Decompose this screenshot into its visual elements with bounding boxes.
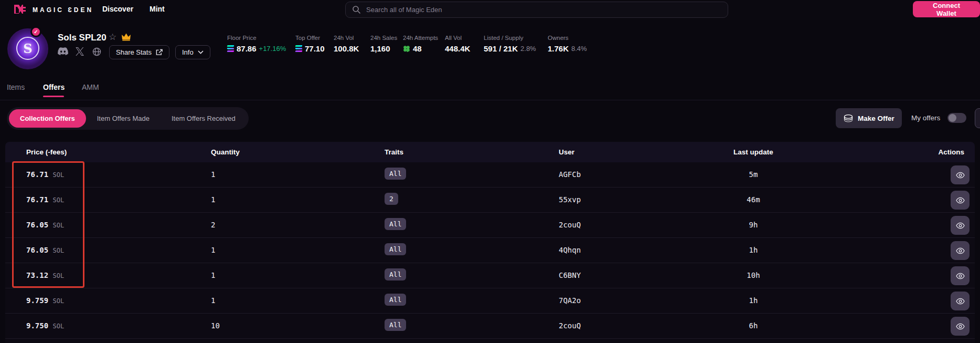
share-icon bbox=[156, 49, 163, 56]
share-stats-button[interactable]: Share Stats bbox=[109, 45, 169, 59]
col-traits: Traits bbox=[385, 148, 403, 156]
offer-last-update: 10h bbox=[717, 271, 790, 279]
offer-user[interactable]: 2couQ bbox=[559, 321, 581, 330]
trait-badge: All bbox=[385, 243, 406, 255]
offer-row[interactable]: 76.71 SOL 1 2 55xvp 46m bbox=[5, 188, 975, 213]
segment-item-offers-made[interactable]: Item Offers Made bbox=[86, 109, 161, 128]
make-offer-button[interactable]: Make Offer bbox=[836, 108, 902, 128]
segment-collection-offers[interactable]: Collection Offers bbox=[9, 109, 86, 128]
eye-icon bbox=[956, 323, 965, 330]
magic-eden-logo[interactable]: MAGIC ƐDEN bbox=[14, 4, 93, 16]
col-price: Price (-fees) bbox=[26, 148, 67, 156]
crown-icon bbox=[121, 33, 131, 41]
view-offer-button[interactable] bbox=[951, 216, 970, 235]
trait-badge: All bbox=[385, 268, 406, 280]
x-twitter-icon[interactable] bbox=[76, 47, 84, 56]
view-offer-button[interactable] bbox=[951, 317, 970, 336]
my-offers-toggle[interactable] bbox=[947, 113, 966, 123]
make-offer-label: Make Offer bbox=[858, 115, 894, 122]
verified-badge-icon: ✓ bbox=[30, 26, 41, 37]
view-offer-button[interactable] bbox=[951, 266, 970, 285]
nav-link-mint[interactable]: Mint bbox=[150, 5, 165, 13]
offer-row[interactable]: 76.05 SOL 2 All 2couQ 9h bbox=[5, 213, 975, 238]
offer-user[interactable]: 2couQ bbox=[559, 221, 581, 229]
nav-link-discover[interactable]: Discover bbox=[102, 5, 133, 13]
offer-row[interactable]: 9.750 SOL 10 All 2couQ 6h bbox=[5, 314, 975, 339]
tab-amm[interactable]: AMM bbox=[82, 83, 99, 98]
stat-top-offer: Top Offer 77.10 bbox=[295, 35, 325, 53]
discord-icon[interactable] bbox=[58, 47, 68, 56]
collection-title: Sols SPL20 bbox=[58, 33, 106, 43]
globe-icon[interactable] bbox=[92, 47, 101, 56]
eye-icon bbox=[956, 197, 965, 204]
offer-row[interactable]: 76.71 SOL 1 All AGFCb 5m bbox=[5, 162, 975, 188]
eye-icon bbox=[956, 298, 965, 305]
global-search[interactable] bbox=[345, 2, 728, 18]
offer-row[interactable]: 76.05 SOL 1 All 4Qhqn 1h bbox=[5, 238, 975, 263]
offer-user[interactable]: C6BNY bbox=[559, 271, 581, 279]
sol-icon bbox=[227, 45, 234, 52]
view-offer-button[interactable] bbox=[951, 165, 970, 184]
coins-icon bbox=[843, 114, 854, 122]
top-navbar: MAGIC ƐDEN Discover Mint Connect Wallet bbox=[0, 0, 980, 20]
stat-24h-attempts: 24h Attempts 48 bbox=[403, 35, 438, 53]
offer-user[interactable]: 4Qhqn bbox=[559, 246, 581, 254]
offers-table-body: 76.71 SOL 1 All AGFCb 5m 76.71 SOL 1 2 bbox=[5, 162, 975, 339]
tab-items[interactable]: Items bbox=[7, 83, 25, 98]
offer-last-update: 46m bbox=[717, 195, 790, 204]
info-button[interactable]: Info bbox=[175, 45, 210, 59]
eye-icon bbox=[956, 172, 965, 179]
offer-price: 9.759 SOL bbox=[26, 296, 64, 305]
price-unit: SOL bbox=[53, 272, 65, 279]
offer-price: 76.05 SOL bbox=[26, 246, 64, 254]
offer-quantity: 2 bbox=[211, 221, 215, 229]
offer-user[interactable]: 7QA2o bbox=[559, 296, 581, 305]
clover-icon bbox=[403, 45, 410, 53]
offer-last-update: 5m bbox=[717, 170, 790, 179]
price-unit: SOL bbox=[53, 222, 65, 229]
collection-avatar-letter: S bbox=[16, 37, 39, 60]
view-offer-button[interactable] bbox=[951, 191, 970, 210]
edge-partial-button[interactable] bbox=[975, 108, 980, 128]
offer-quantity: 1 bbox=[211, 195, 215, 204]
offer-row[interactable]: 73.12 SOL 1 All C6BNY 10h bbox=[5, 263, 975, 288]
offer-quantity: 1 bbox=[211, 246, 215, 254]
offer-last-update: 1h bbox=[717, 246, 790, 254]
next-row-partial bbox=[5, 339, 975, 343]
offer-last-update: 9h bbox=[717, 221, 790, 229]
search-input[interactable] bbox=[366, 6, 721, 14]
segment-item-offers-received[interactable]: Item Offers Received bbox=[161, 109, 247, 128]
active-tab-underline bbox=[43, 96, 64, 97]
info-label: Info bbox=[182, 48, 194, 56]
offer-last-update: 1h bbox=[717, 296, 790, 305]
trait-badge: 2 bbox=[385, 193, 398, 205]
trait-badge: All bbox=[385, 319, 406, 331]
offer-user[interactable]: 55xvp bbox=[559, 195, 581, 204]
stat-24h-sales: 24h Sales 1,160 bbox=[370, 35, 397, 53]
offer-quantity: 1 bbox=[211, 271, 215, 279]
stat-listed-supply: Listed / Supply 591 / 21K 2.8% bbox=[484, 35, 536, 53]
stat-owners: Owners 1.76K 8.4% bbox=[548, 35, 587, 53]
price-unit: SOL bbox=[53, 171, 65, 179]
view-offer-button[interactable] bbox=[951, 292, 970, 310]
col-user: User bbox=[559, 148, 574, 156]
chevron-down-icon bbox=[198, 50, 204, 54]
stat-all-vol: All Vol 448.4K bbox=[445, 35, 470, 53]
offer-row[interactable]: 9.759 SOL 1 All 7QA2o 1h bbox=[5, 288, 975, 314]
trait-badge: All bbox=[385, 218, 406, 230]
magic-eden-logo-icon bbox=[14, 4, 27, 16]
stat-floor-price: Floor Price 87.86 +17.16% bbox=[227, 35, 286, 53]
view-offer-button[interactable] bbox=[951, 241, 970, 260]
connect-wallet-button[interactable]: Connect Wallet bbox=[913, 1, 980, 17]
floor-change-pct: +17.16% bbox=[259, 45, 286, 53]
search-icon bbox=[352, 5, 361, 14]
collection-avatar[interactable]: S bbox=[7, 28, 48, 69]
tabs-divider bbox=[0, 100, 980, 100]
star-icon[interactable]: ☆ bbox=[109, 32, 116, 43]
offers-filter-segmented-control: Collection Offers Item Offers Made Item … bbox=[7, 107, 249, 130]
price-unit: SOL bbox=[53, 297, 65, 305]
offer-user[interactable]: AGFCb bbox=[559, 170, 581, 179]
col-actions: Actions bbox=[938, 148, 964, 156]
toggle-knob bbox=[949, 114, 956, 122]
offer-price: 9.750 SOL bbox=[26, 321, 64, 330]
